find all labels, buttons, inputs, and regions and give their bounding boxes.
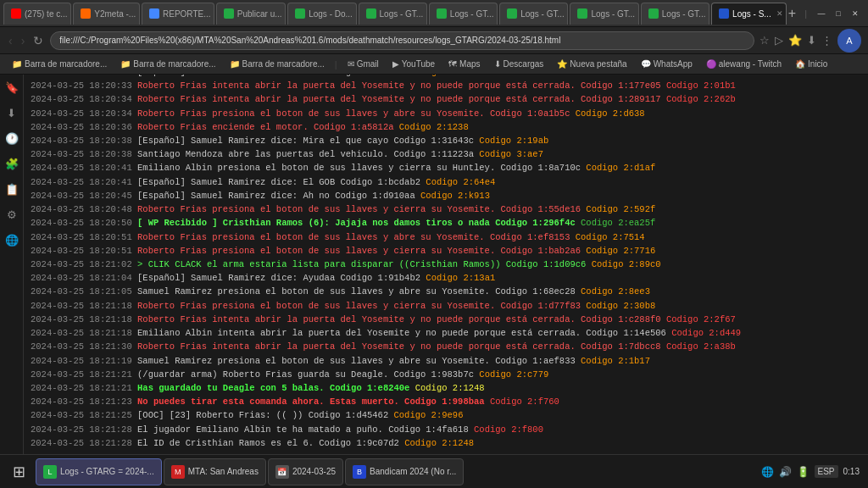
tab-label-active: Logs - S... [732,9,771,19]
bookmarks-bar: 📁 Barra de marcadore... 📁 Barra de marca… [0,54,868,75]
reload-button[interactable]: ↻ [31,34,45,47]
download-icon[interactable]: ⬇ [807,34,816,47]
forward-button[interactable]: › [19,34,27,47]
log-code: Codigo 2:f800 [474,424,543,435]
tray-network[interactable]: 🌐 [761,466,774,478]
sidebar-extensions[interactable]: 🧩 [3,154,21,173]
log-text: Roberto Frias enciende el motor. Codigo … [137,122,393,132]
tab-favicon-pub [224,8,234,19]
bookmark-icon[interactable]: ☆ [760,34,770,47]
log-text: Roberto Frias intenta abrir la puerta de… [137,314,661,324]
tab-favicon-logs4 [507,8,517,19]
tray-volume[interactable]: 🔊 [779,466,792,478]
bm-twitch[interactable]: 🟣 alewang - Twitch [701,58,787,70]
log-text: [OOC] [23] Roberto Frias: (( )) Codigo 1… [137,410,388,420]
sidebar-collections[interactable]: 📋 [3,180,21,198]
sidebar-history[interactable]: 🕐 [3,129,21,147]
tray-language[interactable]: ESP [815,465,838,478]
log-text: [Español] Samuel Ramirez dice: El GOB Co… [137,177,420,187]
tab-logs1[interactable]: Logs - Do... [287,3,356,25]
taskbar: ⊞ L Logs - GTARG = 2024-... M MTA: San A… [0,454,868,488]
log-timestamp: 2024-03-25 18:21:30 [31,341,132,352]
bm-folder3-label: Barra de marcadore... [242,59,325,69]
tab-report[interactable]: REPORTE... [142,3,214,25]
bm-folder1[interactable]: 📁 Barra de marcadore... [7,58,112,70]
tab-favicon-yt [11,8,21,19]
back-button[interactable]: ‹ [7,34,14,47]
bm-folder3[interactable]: 📁 Barra de marcadore... [225,58,330,70]
address-actions: ☆ ▷ ⭐ ⬇ ⋮ A [760,29,861,53]
bm-folder2-icon: 📁 [120,59,131,69]
cast-icon[interactable]: ▷ [775,34,783,47]
tab-logs5[interactable]: Logs - GT... [570,3,638,25]
log-line: 2024-03-25 18:20:51 Roberto Frias presio… [31,230,861,244]
log-text: Samuel Ramirez presiona el boton de sus … [137,286,576,297]
bm-gmail-label: Gmail [357,59,379,69]
log-code: Codigo 3:ae7 [479,149,543,159]
tab-logs4[interactable]: Logs - GT... [499,3,568,25]
start-button[interactable]: ⊞ [3,457,34,487]
log-code: Codigo 2:d449 [671,328,741,338]
log-timestamp: 2024-03-25 18:21:04 [31,273,132,283]
log-line: 2024-03-25 18:20:45 [Español] Samuel Ram… [31,189,861,202]
log-line: 2024-03-25 18:20:33 Roberto Frias intent… [31,80,861,93]
tab-favicon-logs3 [437,8,447,19]
taskbar-date-btn[interactable]: 📅 2024-03-25 [268,458,343,485]
star-icon[interactable]: ⭐ [788,34,802,47]
bm-inicio[interactable]: 🏠 Inicio [790,58,832,70]
maximize-button[interactable]: □ [832,8,844,19]
tab-favicon-logs1 [295,8,305,19]
tab-close-active[interactable]: ✕ [776,9,783,18]
taskbar-clock[interactable]: 0:13 [843,466,860,477]
log-code: Codigo 2:ea25f [581,218,655,228]
bm-youtube[interactable]: ▶ YouTube [387,58,440,70]
bm-nueva-label: Nueva pestaña [570,59,626,69]
bm-youtube-icon: ▶ [392,59,399,69]
tab-logs2[interactable]: Logs - GT... [359,3,427,25]
log-line: 2024-03-25 18:21:23 No puedes tirar esta… [31,396,861,409]
bm-whatsapp[interactable]: 💬 WhatsApp [636,58,698,70]
minimize-button[interactable]: — [815,8,827,19]
taskbar-date-label: 2024-03-25 [292,467,336,476]
bm-maps[interactable]: 🗺 Maps [443,58,485,70]
sidebar-bookmarks[interactable]: 🔖 [3,78,21,97]
profile-avatar[interactable]: A [837,29,861,53]
log-line: 2024-03-25 18:20:41 [Español] Samuel Ram… [31,175,861,189]
log-timestamp: 2024-03-25 18:20:34 [31,94,132,104]
log-code: Codigo 2:262b [666,94,736,104]
sidebar-translate[interactable]: 🌐 [3,230,21,249]
bm-gmail[interactable]: ✉ Gmail [342,58,384,70]
tab-logs6[interactable]: Logs - GT... [641,3,709,25]
close-button[interactable]: ✕ [849,8,861,19]
taskbar-logs-btn[interactable]: L Logs - GTARG = 2024-... [36,458,162,485]
tab-pub[interactable]: Publicar u... [216,3,286,25]
bm-whatsapp-icon: 💬 [641,59,651,69]
taskbar-mta-btn[interactable]: M MTA: San Andreas [164,458,266,485]
log-line: 2024-03-25 18:20:34 Roberto Frias intent… [31,93,861,107]
bm-gmail-icon: ✉ [348,59,354,69]
sidebar-settings[interactable]: ⚙ [3,205,21,224]
tab-yt[interactable]: (275) te c... [3,3,71,25]
tab-label-report: REPORTE... [163,9,211,19]
taskbar-bandicam-btn[interactable]: B Bandicam 2024 (No r... [345,458,464,485]
tray-battery[interactable]: 🔋 [797,466,810,478]
taskbar-mta-icon: M [171,465,185,479]
log-timestamp: 2024-03-25 18:20:51 [31,232,132,242]
bm-folder2[interactable]: 📁 Barra de marcadore... [115,58,220,70]
log-code: Codigo 2:13a1 [426,273,495,283]
tab-logs-active[interactable]: Logs - S... ✕ [711,3,787,25]
log-text: [Español] Samuel Ramirez dice: Uhh Codig… [137,75,404,77]
log-timestamp: 2024-03-25 18:21:23 [31,396,132,407]
sidebar-downloads[interactable]: ⬇ [3,103,21,122]
bm-descargas[interactable]: ⬇ Descargas [489,58,549,70]
log-line: 2024-03-25 18:21:30 Roberto Frias intent… [31,341,861,354]
tab-logs3[interactable]: Logs - GT... [429,3,498,25]
log-viewer[interactable]: 2024-03-25 18:19:50 [Español] Samuel Ram… [24,75,868,454]
bm-nueva[interactable]: ⭐ Nueva pestaña [552,58,632,70]
menu-icon[interactable]: ⋮ [821,34,832,47]
tab-y2[interactable]: Y2meta -... [73,3,140,25]
new-tab-button[interactable]: + [788,6,796,21]
tab-favicon-logs5 [577,8,587,19]
taskbar-bandicam-label: Bandicam 2024 (No r... [370,467,456,476]
address-input[interactable] [50,31,754,50]
